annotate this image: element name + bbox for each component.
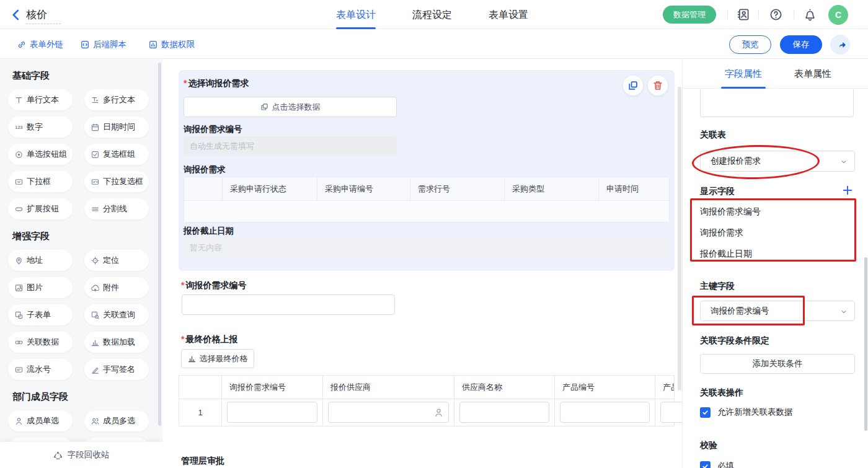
field-button-datetime[interactable]: 日期时间 xyxy=(84,117,149,138)
request-table-label: 询报价需求 xyxy=(184,164,226,175)
basic-fields-grid: 单行文本 多行文本 数字 日期时间 单选按钮组 复选框组 下拉框 下拉复选框 扩… xyxy=(0,89,162,219)
field-button-select[interactable]: 下拉框 xyxy=(8,171,73,192)
tab-form-setting[interactable]: 表单设置 xyxy=(489,0,528,29)
user-avatar[interactable]: C xyxy=(828,5,848,25)
field-button-multi-select[interactable]: 下拉复选框 xyxy=(84,171,149,192)
chevron-down-icon xyxy=(839,157,848,166)
header: 核价 表单设计 流程设定 表单设置 数据管理 C xyxy=(0,0,868,29)
data-permission-link[interactable]: 数据权限 xyxy=(149,38,195,51)
cell-input[interactable] xyxy=(560,402,650,423)
field-button-member-multi[interactable]: 成员多选 xyxy=(84,410,149,431)
primary-key-select[interactable]: 询报价需求编号 xyxy=(700,301,855,321)
tab-form-properties[interactable]: 表单属性 xyxy=(794,59,831,89)
field-button-number[interactable]: 数字 xyxy=(8,117,73,138)
header-cell: 询报价需求编号 xyxy=(222,376,323,399)
add-condition-button[interactable]: 添加关联条件 xyxy=(700,354,855,374)
link-table-select[interactable]: 创建报价需求 xyxy=(700,151,855,172)
allow-add-linked-data-checkbox[interactable]: 允许新增关联表数据 xyxy=(700,407,793,418)
save-button[interactable]: 保存 xyxy=(780,35,822,54)
deadline-label: 报价截止日期 xyxy=(184,226,234,237)
cell-input[interactable] xyxy=(227,402,317,423)
field-button-subform[interactable]: 子表单 xyxy=(8,304,73,325)
display-field-item[interactable]: 报价截止日期 xyxy=(700,249,752,260)
field-recycle-bin[interactable]: 字段回收站 xyxy=(0,442,162,468)
field-button-serial-number[interactable]: 流水号 xyxy=(8,359,73,380)
display-field-item[interactable]: 询报价需求编号 xyxy=(700,206,761,218)
data-manage-button[interactable]: 数据管理 xyxy=(663,6,716,24)
field-title-input[interactable] xyxy=(700,89,854,117)
required-checkbox[interactable]: 必填 xyxy=(700,461,734,468)
subform-icon xyxy=(15,311,23,319)
field-button-address[interactable]: 地址 xyxy=(8,250,73,271)
cell-input[interactable] xyxy=(660,402,682,423)
panel-scrollbar[interactable] xyxy=(864,257,867,431)
form-external-link[interactable]: 表单外链 xyxy=(17,38,63,51)
number-icon xyxy=(15,123,23,131)
sidebar-scrollbar[interactable] xyxy=(158,63,161,426)
tab-field-properties[interactable]: 字段属性 xyxy=(725,59,762,89)
page-title[interactable]: 核价 xyxy=(26,7,47,22)
field-label-final-price: *最终价格上报 xyxy=(181,334,237,345)
add-display-field-icon[interactable] xyxy=(842,185,853,196)
field-button-radio-group[interactable]: 单选按钮组 xyxy=(8,144,73,165)
table-cell xyxy=(323,399,454,426)
preview-button[interactable]: 预览 xyxy=(729,35,771,54)
field-button-image[interactable]: 图片 xyxy=(8,277,73,298)
tab-flow-setting[interactable]: 流程设定 xyxy=(412,0,452,29)
header-divider xyxy=(758,10,759,19)
canvas-scrollbar[interactable] xyxy=(678,87,681,391)
field-button-single-text[interactable]: 单行文本 xyxy=(8,89,73,110)
serial-input[interactable] xyxy=(182,294,395,315)
tab-form-design[interactable]: 表单设计 xyxy=(336,0,376,29)
person-icon xyxy=(15,417,23,425)
delete-field-button[interactable] xyxy=(648,76,668,95)
pick-data-button[interactable]: 点击选择数据 xyxy=(184,97,397,117)
help-icon[interactable] xyxy=(769,8,782,21)
chart-icon xyxy=(188,355,196,363)
cell-input[interactable] xyxy=(459,402,549,423)
final-price-table: 询报价需求编号 报价供应商 供应商名称 产品编号 产品 1 xyxy=(179,375,675,426)
field-button-checkbox-group[interactable]: 复选框组 xyxy=(84,144,149,165)
display-field-item[interactable]: 询报价需求 xyxy=(700,227,743,239)
field-button-divider[interactable]: 分割线 xyxy=(84,198,149,219)
chevron-down-icon xyxy=(839,307,848,316)
table-cell xyxy=(454,399,555,426)
contacts-book-icon[interactable] xyxy=(737,8,750,21)
checkbox-checked-icon xyxy=(700,461,711,468)
deadline-disabled-input: 暂无内容 xyxy=(184,238,670,258)
copy-field-button[interactable] xyxy=(623,76,643,95)
request-table-empty-row xyxy=(184,200,669,222)
divider-icon xyxy=(91,205,99,213)
notification-bell-icon[interactable] xyxy=(804,8,817,21)
back-icon[interactable] xyxy=(10,9,22,21)
final-price-table-row: 1 xyxy=(179,399,674,426)
table-cell xyxy=(555,399,655,426)
field-button-attachment[interactable]: 附件 xyxy=(84,277,149,298)
cell-input-supplier[interactable] xyxy=(328,402,449,423)
property-panel-tabs: 字段属性 表单属性 xyxy=(683,59,868,89)
permission-icon xyxy=(149,40,157,49)
serial-sub-label: 询报价需求编号 xyxy=(184,124,242,135)
recycle-icon xyxy=(53,451,63,460)
field-button-link-data[interactable]: 关联数据 xyxy=(8,332,73,353)
condition-label: 关联字段条件限定 xyxy=(700,335,769,347)
header-divider xyxy=(794,10,794,19)
single-text-icon xyxy=(15,96,23,104)
backend-script-link[interactable]: 后端脚本 xyxy=(81,38,126,51)
pick-final-price-button[interactable]: 选择最终价格 xyxy=(181,349,254,368)
field-button-multi-text[interactable]: 多行文本 xyxy=(84,89,149,110)
field-button-extend-button[interactable]: 扩展按钮 xyxy=(8,198,73,219)
selected-field-block[interactable]: *选择询报价需求 点击选择数据 询报价需求编号 自动生成无需填写 询报价需求 采… xyxy=(179,70,675,271)
field-button-member-single[interactable]: 成员单选 xyxy=(8,410,73,431)
field-button-link-query[interactable]: 关联查询 xyxy=(84,304,149,325)
copy-icon xyxy=(628,81,638,91)
sub-toolbar: 表单外链 后端脚本 数据权限 预览 保存 xyxy=(0,30,868,59)
script-icon xyxy=(81,40,89,49)
field-button-data-load[interactable]: 数据加载 xyxy=(84,332,149,353)
radio-icon xyxy=(15,151,23,159)
share-button[interactable] xyxy=(830,35,850,55)
field-button-location[interactable]: 定位 xyxy=(84,250,149,271)
table-ops-label: 关联表操作 xyxy=(700,387,743,399)
field-button-signature[interactable]: 手写签名 xyxy=(84,359,149,380)
header-cell: 产品 xyxy=(655,376,674,399)
